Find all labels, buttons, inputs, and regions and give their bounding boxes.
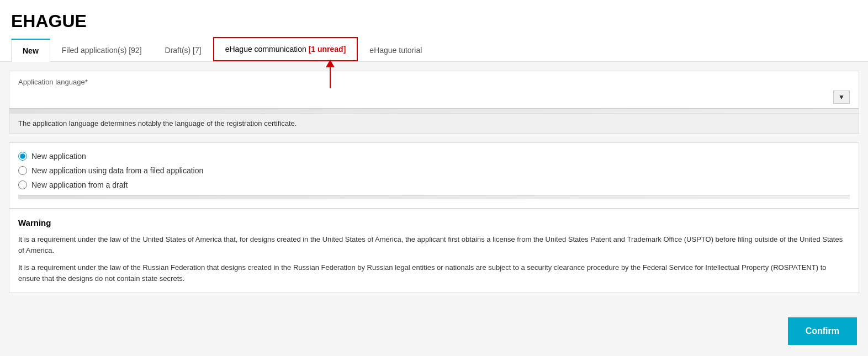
- divider: [9, 109, 859, 113]
- tab-new[interactable]: New: [11, 39, 50, 62]
- application-language-hint: The application language determines nota…: [9, 113, 859, 133]
- application-language-label: Application language*: [9, 71, 859, 91]
- radio-new-application[interactable]: New application: [18, 152, 850, 161]
- warning-text-1: It is a requirement under the law of the…: [18, 234, 850, 256]
- language-dropdown[interactable]: ▼: [9, 91, 859, 109]
- main-content: Application language* ▼ The application …: [0, 71, 868, 293]
- language-selected-value: [18, 92, 833, 103]
- radio-input-new[interactable]: [18, 152, 27, 161]
- radio-input-from-draft[interactable]: [18, 180, 27, 189]
- radio-input-from-filed[interactable]: [18, 166, 27, 175]
- app-title: EHAGUE: [11, 6, 857, 37]
- warning-text-2: It is a requirement under the law of the…: [18, 262, 850, 284]
- warning-title: Warning: [18, 218, 850, 227]
- divider-bottom: [18, 195, 850, 199]
- radio-new-from-filed[interactable]: New application using data from a filed …: [18, 166, 850, 175]
- dropdown-arrow-icon[interactable]: ▼: [833, 91, 850, 104]
- warning-card: Warning It is a requirement under the la…: [9, 209, 859, 293]
- tab-drafts[interactable]: Draft(s) [7]: [154, 39, 213, 61]
- tab-filed[interactable]: Filed application(s) [92]: [50, 39, 154, 61]
- confirm-button[interactable]: Confirm: [788, 317, 857, 345]
- confirm-button-container: Confirm: [788, 317, 857, 345]
- radio-new-from-draft[interactable]: New application from a draft: [18, 180, 850, 189]
- application-type-card: New application New application using da…: [9, 142, 859, 209]
- application-language-card: Application language* ▼ The application …: [9, 71, 859, 134]
- page-header: EHAGUE New Filed application(s) [92] Dra…: [0, 0, 868, 62]
- tabs-row: New Filed application(s) [92] Draft(s) […: [11, 37, 857, 61]
- tab-ehague-tutorial[interactable]: eHague tutorial: [358, 39, 433, 61]
- tab-ehague-comm[interactable]: eHague communication [1 unread]: [213, 37, 358, 61]
